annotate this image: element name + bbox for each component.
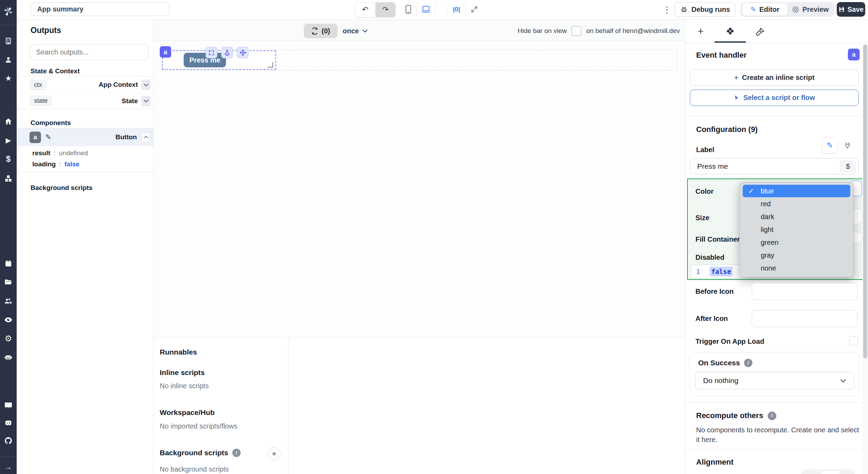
user-icon[interactable] [0, 54, 17, 66]
editor-code: false [710, 267, 732, 276]
move-component-button[interactable] [237, 47, 249, 58]
collapse-arrow-icon[interactable]: → [0, 461, 17, 473]
on-success-value: Do nothing [703, 376, 738, 385]
component-collapse-button[interactable] [141, 132, 151, 142]
color-option-gray[interactable]: gray [743, 249, 850, 261]
tab-styling[interactable] [753, 26, 766, 38]
app-summary-input[interactable] [31, 2, 169, 16]
before-icon-input[interactable] [752, 283, 858, 300]
windmill-logo-icon[interactable] [0, 6, 17, 17]
redo-button[interactable]: ↷ [375, 2, 395, 17]
color-option-green[interactable]: green [743, 236, 850, 249]
home-icon[interactable] [0, 116, 17, 127]
configuration-title: Configuration (9) [696, 125, 758, 134]
state-expand-button[interactable] [141, 96, 151, 106]
select-script-button[interactable]: Select a script or flow [690, 90, 859, 106]
state-value: State [122, 97, 138, 105]
output-row-state[interactable]: state State [17, 93, 153, 109]
groups-users-icon[interactable] [0, 295, 17, 307]
resize-handle[interactable] [268, 62, 273, 68]
prop-row-loading: loading : false [32, 160, 80, 168]
rename-pencil-icon[interactable]: ✎ [45, 133, 51, 141]
search-outputs-input[interactable] [30, 44, 149, 60]
connect-mode-button[interactable] [840, 139, 855, 152]
settings-tabs [685, 20, 868, 43]
tab-component-settings[interactable]: ❖ [724, 25, 736, 38]
center-layout-button[interactable]: |0| [447, 2, 466, 17]
add-background-script-button[interactable]: + [268, 447, 281, 460]
preview-tab[interactable]: Preview [788, 3, 833, 16]
discord-icon[interactable] [0, 417, 17, 429]
tab-insert-component[interactable]: + [694, 25, 707, 38]
trigger-on-app-load-title: Trigger On App Load [695, 338, 764, 346]
settings-scrollbar-thumb[interactable] [863, 44, 867, 358]
debug-runs-button[interactable]: Debug runs [675, 2, 736, 17]
color-option-red[interactable]: red [743, 198, 850, 210]
prop-value: undefined [59, 149, 88, 157]
outputs-title: Outputs [31, 26, 61, 35]
resources-cubes-icon[interactable] [0, 173, 17, 184]
variables-dollar-icon[interactable]: $ [0, 153, 17, 165]
folders-icon[interactable] [0, 276, 17, 288]
after-icon-input[interactable] [752, 310, 858, 327]
paintbrush-icon [755, 27, 765, 37]
bug-icon [680, 6, 688, 13]
editor-line-number: 1 [696, 268, 700, 275]
component-type-label: Button [116, 133, 137, 141]
ctx-expand-button[interactable] [141, 80, 151, 90]
anchor-component-button[interactable] [221, 47, 233, 58]
static-value-mode-button[interactable]: ✎ [821, 138, 838, 153]
run-mode-label: once [343, 27, 359, 35]
color-option-blue[interactable]: ✓ blue [743, 185, 850, 197]
ctx-value: App Context [99, 81, 138, 89]
app-canvas[interactable] [154, 41, 685, 338]
alignment-toggle-partial[interactable] [801, 469, 855, 474]
desktop-view-button[interactable] [417, 2, 435, 17]
template-dollar-button[interactable]: $ [840, 160, 856, 172]
favorites-star-icon[interactable]: ★ [0, 73, 17, 84]
debug-runs-label: Debug runs [691, 6, 730, 14]
audit-eye-icon[interactable] [0, 314, 17, 326]
hide-bar-label: Hide bar on view [518, 27, 567, 35]
ai-robot-icon[interactable] [0, 351, 17, 363]
save-button[interactable]: Save [837, 2, 865, 17]
maximize-icon [208, 50, 215, 56]
mobile-icon [405, 5, 411, 14]
component-row-a[interactable]: a ✎ Button [17, 128, 153, 146]
settings-gear-icon[interactable]: ⚙ [0, 333, 17, 344]
on-success-select[interactable]: Do nothing [695, 372, 854, 389]
github-icon[interactable] [0, 435, 17, 447]
expand-component-button[interactable] [206, 47, 217, 58]
output-row-ctx[interactable]: ctx App Context [17, 77, 153, 93]
create-inline-script-button[interactable]: + Create an inline script [690, 69, 859, 86]
refresh-button[interactable]: (0) [304, 24, 337, 38]
label-input-value[interactable]: Press me [697, 162, 728, 171]
create-inline-script-label: Create an inline script [742, 74, 815, 82]
color-option-dark[interactable]: dark [743, 210, 850, 223]
fullwidth-layout-button[interactable] [466, 2, 483, 17]
color-option-none[interactable]: none [743, 262, 850, 274]
run-mode-dropdown[interactable]: once [343, 24, 368, 38]
workspace-building-icon[interactable] [0, 35, 17, 47]
canvas-press-me-button[interactable]: Press me [184, 53, 226, 67]
color-option-light[interactable]: light [743, 223, 850, 236]
runs-play-icon[interactable]: ▶ [0, 134, 17, 146]
sidebar-divider [0, 25, 17, 25]
schedules-calendar-icon[interactable] [0, 258, 17, 269]
prop-colon: : [59, 161, 61, 168]
docs-book-icon[interactable] [0, 399, 17, 411]
trigger-on-app-load-checkbox[interactable] [849, 336, 858, 345]
fill-container-title: Fill Container [695, 235, 740, 243]
prop-value: false [65, 160, 80, 168]
prop-key: loading [32, 160, 56, 168]
more-menu-kebab[interactable]: ⋮ [662, 3, 671, 16]
hide-bar-checkbox[interactable] [571, 26, 581, 36]
background-scripts-empty: No background scripts [160, 465, 229, 473]
mobile-view-button[interactable] [400, 2, 417, 17]
component-id-badge: a [30, 132, 41, 143]
after-icon-title: After Icon [695, 315, 728, 323]
editor-tab[interactable]: ✎ Editor [742, 3, 788, 16]
device-toggle-group [400, 2, 436, 17]
undo-button[interactable]: ↶ [355, 2, 375, 17]
prop-colon: : [54, 150, 56, 157]
